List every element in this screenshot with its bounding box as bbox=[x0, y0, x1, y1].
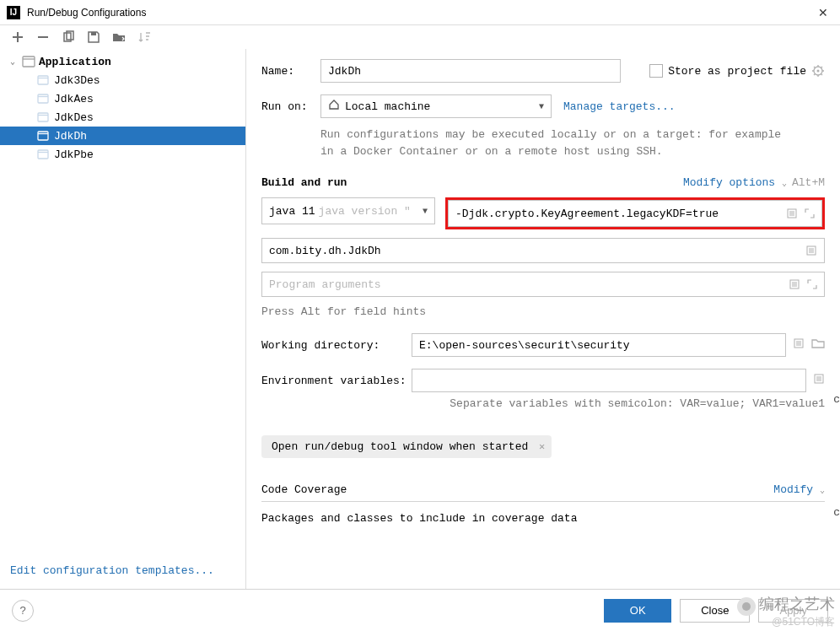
close-icon[interactable]: ✕ bbox=[813, 6, 833, 19]
edit-templates-link[interactable]: Edit configuration templates... bbox=[10, 564, 214, 577]
expand-list-icon[interactable] bbox=[789, 278, 800, 290]
ok-button[interactable]: OK bbox=[604, 599, 671, 623]
svg-rect-3 bbox=[91, 32, 96, 35]
main-class-value: com.bity.dh.JdkDh bbox=[269, 245, 381, 257]
main-panel: Name: Store as project file Run on: Loca… bbox=[246, 49, 840, 589]
tree-item-jdkpbe[interactable]: JdkPbe bbox=[0, 145, 245, 164]
working-dir-value: E:\open-sources\securit\security bbox=[419, 339, 630, 352]
tree-item-label: JdkAes bbox=[54, 93, 94, 105]
tree-item-label: JdkDh bbox=[54, 130, 87, 143]
program-arguments-placeholder: Program arguments bbox=[269, 278, 381, 291]
config-icon bbox=[37, 94, 49, 104]
gear-icon[interactable] bbox=[811, 64, 825, 78]
config-tree: ⌄ Application Jdk3Des JdkAes JdkDes JdkD… bbox=[0, 52, 245, 555]
svg-rect-6 bbox=[38, 76, 48, 84]
config-icon bbox=[37, 75, 49, 85]
config-icon bbox=[37, 149, 49, 159]
main-class-field[interactable]: com.bity.dh.JdkDh bbox=[261, 238, 825, 263]
svg-rect-0 bbox=[38, 36, 48, 38]
expand-icon[interactable] bbox=[805, 208, 815, 219]
open-tool-window-chip: Open run/debug tool window when started … bbox=[261, 435, 552, 458]
expand-list-icon[interactable] bbox=[813, 373, 825, 388]
config-icon bbox=[37, 131, 49, 141]
chevron-down-icon: ⌄ bbox=[10, 57, 19, 67]
expand-list-icon[interactable] bbox=[786, 208, 798, 219]
folder-icon[interactable] bbox=[811, 337, 825, 353]
app-icon: IJ bbox=[7, 6, 20, 19]
tree-item-label: Jdk3Des bbox=[54, 74, 100, 87]
close-button[interactable]: Close bbox=[680, 599, 750, 623]
store-as-project-label: Store as project file bbox=[668, 65, 806, 78]
jdk-hint: java version " bbox=[319, 205, 411, 218]
tree-item-jdkdes[interactable]: JdkDes bbox=[0, 108, 245, 127]
close-icon[interactable]: ✕ bbox=[539, 440, 545, 453]
vm-options-highlight: -Djdk.crypto.KeyAgreement.legacyKDF=true bbox=[445, 197, 825, 229]
modify-shortcut: Alt+M bbox=[792, 176, 825, 189]
svg-rect-4 bbox=[23, 57, 35, 67]
svg-rect-8 bbox=[38, 94, 48, 103]
remove-button[interactable] bbox=[35, 30, 51, 45]
env-field[interactable] bbox=[412, 369, 806, 392]
application-icon bbox=[22, 56, 35, 67]
env-hint: Separate variables with semicolon: VAR=v… bbox=[261, 397, 825, 410]
working-dir-field[interactable]: E:\open-sources\securit\security bbox=[412, 333, 786, 357]
add-button[interactable] bbox=[10, 30, 25, 45]
store-as-project-checkbox[interactable] bbox=[649, 64, 663, 78]
window-title: Run/Debug Configurations bbox=[27, 7, 813, 19]
folder-button[interactable] bbox=[111, 30, 127, 45]
tree-item-jdkdh[interactable]: JdkDh bbox=[0, 127, 245, 145]
tree-item-label: JdkPbe bbox=[54, 148, 94, 161]
coverage-subtitle: Packages and classes to include in cover… bbox=[261, 512, 825, 525]
field-hints: Press Alt for field hints bbox=[261, 305, 825, 318]
working-dir-label: Working directory: bbox=[261, 339, 412, 352]
sort-button[interactable] bbox=[137, 30, 152, 45]
tree-node-application[interactable]: ⌄ Application bbox=[0, 52, 245, 71]
env-label: Environment variables: bbox=[261, 375, 412, 387]
footer: ? OK Close Apply bbox=[0, 589, 840, 631]
sidebar: ⌄ Application Jdk3Des JdkAes JdkDes JdkD… bbox=[0, 49, 246, 589]
expand-icon[interactable] bbox=[807, 278, 817, 290]
chip-label: Open run/debug tool window when started bbox=[272, 440, 528, 453]
jdk-value: java 11 bbox=[269, 205, 315, 218]
code-coverage-title: Code Coverage bbox=[261, 483, 347, 496]
tree-item-jdk3des[interactable]: Jdk3Des bbox=[0, 71, 245, 89]
name-label: Name: bbox=[261, 65, 320, 78]
run-on-select[interactable]: Local machine ▼ bbox=[320, 94, 552, 118]
chevron-down-icon: ▼ bbox=[539, 102, 544, 111]
edge-glyph: c bbox=[833, 393, 840, 406]
expand-list-icon[interactable] bbox=[793, 337, 805, 353]
help-button[interactable]: ? bbox=[12, 600, 34, 622]
home-icon bbox=[328, 99, 340, 114]
expand-list-icon[interactable] bbox=[805, 245, 817, 256]
vm-options-value: -Djdk.crypto.KeyAgreement.legacyKDF=true bbox=[455, 208, 719, 220]
build-and-run-title: Build and run bbox=[261, 176, 347, 189]
toolbar bbox=[0, 25, 840, 49]
vm-options-field[interactable]: -Djdk.crypto.KeyAgreement.legacyKDF=true bbox=[448, 200, 822, 227]
config-icon bbox=[37, 112, 49, 122]
svg-rect-12 bbox=[38, 132, 48, 140]
modify-options-link[interactable]: Modify options ⌄ bbox=[683, 176, 787, 189]
jdk-select[interactable]: java 11 java version " ▼ bbox=[261, 197, 435, 224]
titlebar: IJ Run/Debug Configurations ✕ bbox=[0, 0, 840, 25]
run-on-label: Run on: bbox=[261, 100, 320, 113]
tree-item-jdkaes[interactable]: JdkAes bbox=[0, 89, 245, 108]
apply-button[interactable]: Apply bbox=[758, 599, 828, 623]
tree-node-label: Application bbox=[39, 56, 111, 68]
chevron-down-icon: ▼ bbox=[423, 207, 428, 216]
run-on-value: Local machine bbox=[345, 100, 430, 113]
program-arguments-field[interactable]: Program arguments bbox=[261, 272, 825, 297]
svg-rect-14 bbox=[38, 150, 48, 159]
coverage-modify-link[interactable]: Modify ⌄ bbox=[773, 483, 825, 496]
save-button[interactable] bbox=[86, 30, 101, 45]
name-field[interactable] bbox=[320, 59, 621, 83]
copy-button[interactable] bbox=[61, 30, 76, 45]
svg-point-17 bbox=[817, 70, 820, 73]
run-on-hint: Run configurations may be executed local… bbox=[320, 127, 793, 159]
tree-item-label: JdkDes bbox=[54, 111, 94, 124]
edge-glyph: c bbox=[833, 506, 840, 519]
svg-rect-10 bbox=[38, 113, 48, 121]
manage-targets-link[interactable]: Manage targets... bbox=[563, 100, 676, 113]
